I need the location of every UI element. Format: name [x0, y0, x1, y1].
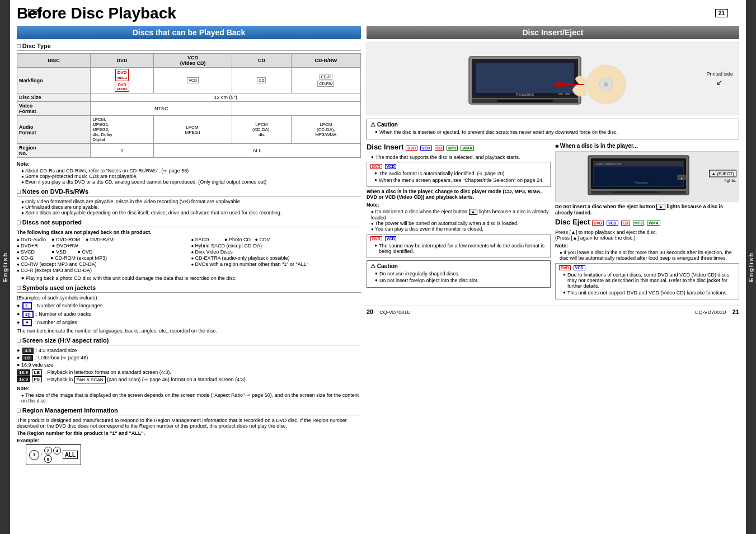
disc-size-value: 12 cm (5")	[91, 93, 361, 102]
pan-scan-icon: PAN & SCAN	[74, 376, 106, 383]
screen-lb: ● LB : Letterbox (➾ page 46)	[17, 355, 361, 361]
row-label-video: VideoFormat	[17, 102, 91, 116]
row-label-region: RegionNo.	[17, 144, 91, 158]
footer-right: CQ-VD7001U 21	[695, 308, 739, 315]
insert-note: Note: Do not insert a disc when the ejec…	[367, 202, 551, 232]
side-bar-right: English	[746, 0, 756, 534]
table-row: AudioFormat LPCM,MPEG1,MPEG2,dts, DolbyD…	[17, 116, 361, 144]
region-row-2: 6	[44, 455, 61, 463]
list-item: You can play a disc even if the monitor …	[371, 226, 551, 232]
eject-note-list: If you leave a disc in the slot for more…	[555, 250, 739, 261]
symbol-row-3: ● ⚭ : Number of angles	[17, 319, 361, 326]
badge-vcd-box2: VCD	[385, 236, 397, 241]
audio-cdrw: LPCM(CD-DA),MP3/WMA	[291, 116, 360, 144]
disc-insert-text-list: The mode that supports the disc is selec…	[371, 154, 551, 160]
dvd-rws-title: Notes on DVD-Rs/RWs	[17, 188, 361, 196]
video-format-ntsc: NTSC	[91, 102, 232, 116]
disc-type-title: Disc Type	[17, 43, 361, 51]
col-disc: DISC	[17, 54, 91, 68]
disc-type-note: Note: About CD-Rs and CD-RWs, refer to "…	[17, 161, 361, 185]
list-item: Do not insert foreign object into the di…	[375, 278, 547, 283]
disc-illustration-svg: Panasonic	[463, 45, 642, 113]
caution-1-list: When the disc is inserted or ejected, to…	[375, 129, 735, 135]
eject-btn-label: ▲ (EJECT)	[709, 170, 736, 177]
footer-model-left: CQ-VD7001U	[379, 310, 411, 315]
not-supported-title: Discs not supported	[17, 219, 361, 227]
footer-left: 20 CQ-VD7001U	[367, 308, 411, 315]
badge-vcd-eject-box: VCD	[574, 265, 585, 270]
dont-insert-text: Do not insert a disc when the eject butt…	[555, 204, 739, 216]
badge-mp3-insert: MP3	[447, 146, 458, 151]
badge-vcd-insert: VCD	[420, 146, 432, 151]
list-item: Some copy-protected music CDs are not pl…	[21, 174, 361, 179]
dvd-vcd-eject-box: DVD VCD Due to limitations of certain di…	[555, 263, 739, 299]
list-item: SVCD ● VSD ● CVD	[17, 249, 186, 255]
mode-lb-icon: LB	[32, 369, 43, 376]
note-title: Note:	[17, 161, 361, 167]
badge-dvd-insert: DVD	[406, 146, 417, 151]
when-disc-title: ■ When a disc is in the player...	[555, 143, 739, 149]
badge-vcd-eject: VCD	[607, 221, 618, 226]
screen-note-list: The size of the image that is displayed …	[17, 392, 361, 404]
caution-2-title: Caution	[370, 263, 547, 269]
audio-cd: LPCM(CD-DA),dts	[232, 116, 292, 144]
region-1-circle: 1	[29, 450, 39, 460]
video-format-empty	[232, 102, 361, 116]
list-item: The audio format is automatically identi…	[374, 171, 547, 176]
side-label-right: English	[748, 252, 754, 282]
screen-note-title: Note:	[17, 386, 361, 391]
region-all: ALL	[154, 144, 361, 158]
dvd-vcd-eject-badges: DVD VCD	[558, 265, 736, 270]
vcd-logo-cell: VCD	[154, 68, 232, 93]
list-item: Due to limitations of certain discs, som…	[563, 272, 736, 289]
region-circle-6: 6	[44, 455, 52, 463]
list-item: DVD+R ● DVD+RW	[17, 243, 186, 249]
list-item: Unfinalized discs are unplayable.	[21, 204, 361, 210]
col-dvd: DVD	[91, 54, 154, 68]
cdrw-logo-cell: CD-R CD-RW	[291, 68, 360, 93]
region-title: Region Management Information	[17, 407, 361, 415]
list-item: The sound may be interrupted for a few m…	[374, 243, 547, 254]
table-row: VideoFormat NTSC	[17, 102, 361, 116]
insert-note-title: Note:	[367, 202, 551, 208]
note-list: About CD-Rs and CD-RWs, refer to "Notes …	[17, 168, 361, 185]
region-dvd: 1	[91, 144, 154, 158]
list-item: If you leave a disc in the slot for more…	[560, 250, 739, 261]
region-row-1: 2 4	[44, 447, 61, 455]
side-bar-left: English	[0, 0, 10, 534]
printed-side-label: Printed side ↙	[706, 71, 733, 87]
svg-text:DVD  1  00:00  CH:01: DVD 1 00:00 CH:01	[597, 162, 621, 166]
caution-2-list: Do not use irregularly shaped discs. Do …	[375, 271, 547, 283]
symbol-row-1: ● 2. : Number of subtitle languages	[17, 302, 361, 310]
audio-vcd: LPCM,MPEG1	[154, 116, 232, 144]
list-item: Do not insert a disc when the eject butt…	[371, 209, 551, 221]
dvd-vcd-badges: DVD VCD	[370, 164, 547, 169]
list-item: CD-RW (except MP3 and CD-DA)	[17, 261, 186, 267]
region-text: This product is designed and manufacture…	[17, 418, 361, 429]
screen-mode-1: 16:9 LB : Playback in letterbox format o…	[17, 369, 361, 375]
ratio-43-icon: 4:3	[22, 348, 34, 354]
badge-vcd-box: VCD	[385, 164, 397, 169]
symbols-intro: (Examples of such symbols include)	[17, 295, 361, 301]
screen-note: Note: The size of the image that is disp…	[17, 386, 361, 404]
svg-text:Panasonic: Panasonic	[635, 181, 649, 184]
caution-1-title: Caution	[370, 121, 735, 128]
dvd-vcd-list-1: The audio format is automatically identi…	[374, 171, 547, 183]
symbol-icon-subtitle: 2.	[22, 302, 32, 310]
audio-dvd: LPCM,MPEG1,MPEG2,dts, DolbyDigital	[91, 116, 154, 144]
eject-btn-ref: ▲	[656, 204, 665, 210]
list-item: CD-EXTRA (audio-only playback possible)	[191, 255, 360, 261]
list-item: DVDs with a region number other than "1"…	[191, 261, 360, 267]
row-label-audio: AudioFormat	[17, 116, 91, 144]
player-image: DVD 1 00:00 CH:01 Panasonic ▲	[555, 151, 739, 202]
disc-eject-header: Disc Eject DVD VCD CD MP3 WMA	[555, 218, 739, 228]
badge-dvd-box2: DVD	[370, 236, 382, 241]
left-section-header: Discs that can be Played Back	[17, 26, 361, 39]
col-cdrw: CD-R/RW	[291, 54, 360, 68]
region-circle-2: 2	[44, 447, 52, 455]
footer-page-right: 21	[732, 308, 739, 315]
list-item: Divx Video Discs	[191, 249, 360, 255]
col-vcd: VCD(Video CD)	[154, 54, 232, 68]
disc-insert-illustration: Panasonic	[367, 43, 739, 115]
list-item: Even if you play a dts DVD or a dts CD, …	[21, 179, 361, 185]
